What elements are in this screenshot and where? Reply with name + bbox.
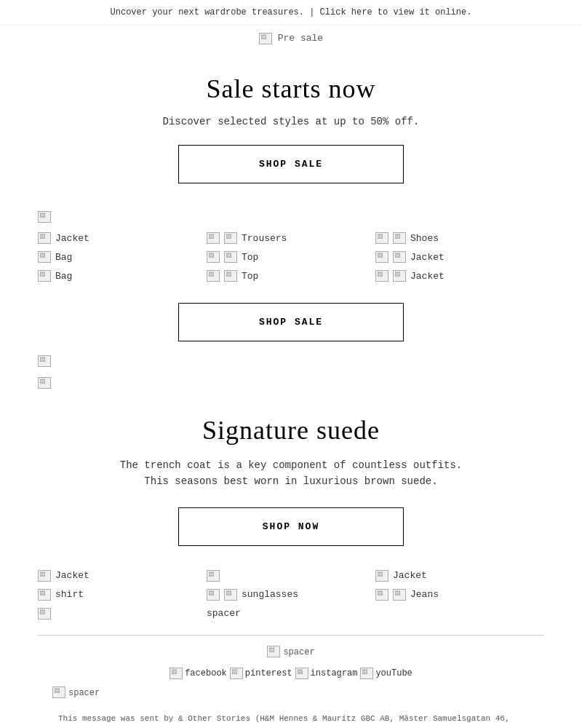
social-spacer-label: spacer — [68, 688, 100, 698]
spacer-image-2 — [38, 377, 51, 389]
social-youtube[interactable]: youTube — [360, 668, 412, 679]
pinterest-label: pinterest — [245, 668, 292, 678]
lower-shirt-img — [38, 589, 51, 601]
spacer-section-1 — [0, 349, 582, 371]
shoes-image-2 — [393, 232, 406, 244]
social-spacer-row: spacer — [15, 685, 567, 698]
top-2-image — [207, 270, 220, 282]
jacket-1-label: Jacket — [55, 233, 89, 244]
jacket-2-label: Jacket — [410, 252, 445, 263]
lower-column-1: Jacket shirt — [38, 568, 207, 622]
lower-column-2: sunglasses spacer — [207, 568, 375, 622]
pinterest-icon — [230, 668, 243, 679]
logo-text: Pre sale — [278, 33, 323, 44]
bag-1-image — [38, 251, 51, 263]
social-pinterest[interactable]: pinterest — [230, 668, 292, 679]
bag-2-image — [38, 270, 51, 282]
product-jacket-3: Jacket — [375, 268, 544, 284]
bag-2-label: Bag — [55, 271, 72, 282]
shop-now-button[interactable]: SHOP NOW — [178, 507, 404, 546]
instagram-icon — [295, 668, 308, 679]
product-bag-2: Bag — [38, 268, 207, 284]
spacer-image-1 — [38, 355, 51, 367]
sale-title: Sale starts now — [15, 74, 567, 104]
product-jacket-1: Jacket — [38, 230, 207, 246]
product-jacket-2: Jacket — [375, 249, 544, 265]
lower-jacket-1: Jacket — [38, 568, 207, 584]
top-2-image-2 — [224, 270, 237, 282]
lower-shirt-label: shirt — [55, 589, 84, 600]
footer: This message was sent by & Other Stories… — [0, 705, 582, 728]
suede-desc-line1: The trench coat is a key component of co… — [120, 459, 462, 471]
sale-section: Sale starts now Discover selected styles… — [0, 52, 582, 198]
lower-jacket-2-img — [375, 570, 388, 582]
product-grid-lower: Jacket shirt sunglasses spacer Jacket — [0, 561, 582, 629]
top-1-image-2 — [224, 251, 237, 263]
lower-empty-img — [207, 570, 220, 582]
facebook-label: facebook — [185, 668, 227, 678]
lower-sunglasses: sunglasses — [207, 587, 375, 603]
shop-sale-button-2[interactable]: SHOP SALE — [178, 303, 404, 341]
lower-sunglasses-img-2 — [224, 589, 237, 601]
jacket-2-image-2 — [393, 251, 406, 263]
youtube-label: youTube — [375, 668, 412, 678]
lower-shirt: shirt — [38, 587, 207, 603]
product-top-2: Top — [207, 268, 375, 284]
footer-text: This message was sent by & Other Stories… — [58, 714, 510, 728]
lower-jeans-label: Jeans — [410, 589, 439, 600]
lower-spacer-1-img — [38, 608, 51, 620]
jacket-3-image-2 — [393, 270, 406, 282]
lower-jeans-img — [375, 589, 388, 601]
product-column-1: Jacket Bag Bag — [38, 230, 207, 284]
lower-spacer-2: spacer — [207, 606, 375, 621]
product-grid: Jacket Bag Bag Trousers Top Top — [0, 223, 582, 291]
social-facebook[interactable]: facebook — [170, 668, 227, 679]
lower-sunglasses-label: sunglasses — [242, 589, 298, 600]
shoes-label: Shoes — [410, 233, 439, 244]
shop-sale-button-1[interactable]: SHOP SALE — [178, 145, 404, 183]
lower-jeans: Jeans — [375, 587, 544, 603]
social-instagram[interactable]: instagram — [295, 668, 358, 679]
jacket-3-image — [375, 270, 388, 282]
lower-spacer-2-label: spacer — [207, 608, 241, 619]
jacket-1-image — [38, 232, 51, 244]
divider-image — [38, 211, 51, 223]
header-logo: Pre sale — [0, 25, 582, 52]
bag-1-label: Bag — [55, 252, 72, 263]
top-1-label: Top — [242, 252, 258, 263]
suede-section: Signature suede The trench coat is a key… — [0, 393, 582, 561]
top-bar-text: Uncover your next wardrobe treasures. | … — [111, 7, 472, 17]
sale-subtitle: Discover selected styles at up to 50% of… — [15, 116, 567, 127]
lower-column-3: Jacket Jeans — [375, 568, 544, 622]
youtube-icon — [360, 668, 373, 679]
divider-image-section — [0, 210, 582, 223]
trousers-image — [207, 232, 220, 244]
spacer-label: spacer — [283, 647, 314, 657]
lower-empty-1 — [207, 568, 375, 584]
product-shoes: Shoes — [375, 230, 544, 246]
shop-sale-section-2: SHOP SALE — [0, 291, 582, 349]
social-spacer-img — [52, 687, 65, 698]
lower-jacket-2: Jacket — [375, 568, 544, 584]
logo-image — [259, 33, 272, 44]
suede-desc-line2: This seasons best worn in luxurious brow… — [144, 475, 437, 487]
shoes-image — [375, 232, 388, 244]
social-icons-row: facebook pinterest instagram youTube — [15, 668, 567, 679]
social-section: facebook pinterest instagram youTube spa… — [0, 660, 582, 705]
top-2-label: Top — [242, 271, 258, 282]
lower-sunglasses-img — [207, 589, 220, 601]
lower-jeans-img-2 — [393, 589, 406, 601]
top-bar: Uncover your next wardrobe treasures. | … — [0, 0, 582, 25]
product-column-3: Shoes Jacket Jacket — [375, 230, 544, 284]
product-bag-1: Bag — [38, 249, 207, 265]
product-top-1: Top — [207, 249, 375, 265]
jacket-2-image — [375, 251, 388, 263]
product-trousers: Trousers — [207, 230, 375, 246]
jacket-3-label: Jacket — [410, 271, 445, 282]
spacer-section-2 — [0, 371, 582, 393]
suede-description: The trench coat is a key component of co… — [15, 457, 567, 490]
instagram-label: instagram — [311, 668, 358, 678]
lower-spacer-1 — [38, 606, 207, 622]
suede-title: Signature suede — [15, 415, 567, 446]
lower-empty-2 — [375, 606, 544, 610]
